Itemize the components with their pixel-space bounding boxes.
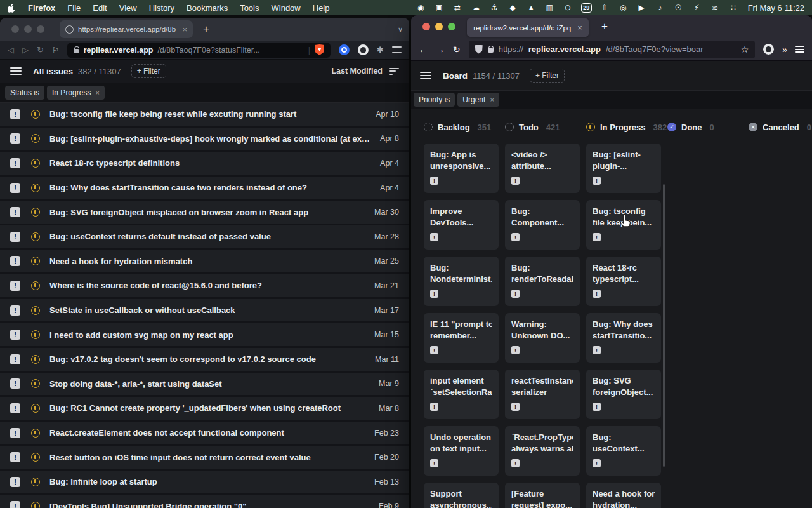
- zoom-window-button[interactable]: [448, 23, 455, 30]
- issue-card[interactable]: `React.PropTypealways warns ab !: [505, 426, 580, 476]
- issue-card[interactable]: <video />attribute... !: [505, 144, 580, 193]
- issue-card[interactable]: Bug: Why doesstartTransitio... !: [586, 313, 661, 363]
- issue-row[interactable]: ! Stop doing data-*, aria-*, start using…: [0, 373, 409, 398]
- new-tab-button[interactable]: +: [203, 23, 209, 36]
- back-button[interactable]: ←: [419, 44, 428, 55]
- user-icon[interactable]: ☉: [673, 3, 684, 13]
- issue-card[interactable]: input element`setSelectionRa !: [424, 370, 499, 419]
- address-bar[interactable]: https:// repliear.vercel.app /d/8bTaoq7F…: [469, 41, 755, 58]
- issue-card[interactable]: IE 11 "prompt toremember... !: [424, 313, 499, 363]
- issue-row[interactable]: ! Bug: useContext returns default instea…: [0, 225, 409, 250]
- issue-row[interactable]: ! [DevTools Bug] Unsupported Bridge oper…: [0, 495, 409, 508]
- zoom-window-button[interactable]: [37, 25, 44, 33]
- issue-row[interactable]: ! SetState in useCallback or without use…: [0, 299, 409, 324]
- browser-tab[interactable]: replidraw2.vercel.app/d/c-iZpq ×: [467, 18, 589, 37]
- menu-clock[interactable]: Fri May 6 11:22: [748, 3, 804, 13]
- menu-item-help[interactable]: Help: [313, 3, 330, 13]
- issue-row[interactable]: ! I need to add custom svg map on my rea…: [0, 323, 409, 348]
- password-manager-extension-icon[interactable]: [339, 44, 350, 55]
- warp-icon[interactable]: ▲: [526, 3, 537, 13]
- issue-card[interactable]: Bug: App isunresponsive... !: [424, 144, 499, 193]
- menu-item-edit[interactable]: Edit: [93, 3, 107, 13]
- app-menu-icon[interactable]: [10, 67, 22, 75]
- forward-button[interactable]: →: [436, 44, 445, 55]
- camera-icon[interactable]: ▣: [434, 3, 445, 13]
- menu-app-name[interactable]: Firefox: [28, 3, 55, 13]
- filter-field-chip[interactable]: Priority is: [414, 93, 455, 107]
- browser-tab[interactable]: https://repliear.vercel.app/d/8b ×: [60, 20, 193, 38]
- dropbox-icon[interactable]: ◆: [508, 3, 518, 13]
- issue-row[interactable]: ! Bug: RC1 Cannot create property '_upda…: [0, 397, 409, 422]
- minimize-window-button[interactable]: [435, 23, 443, 30]
- issue-row[interactable]: ! Bug: Why does startTransition cause tw…: [0, 177, 409, 201]
- new-tab-button[interactable]: +: [601, 20, 608, 33]
- sync-arrows-icon[interactable]: ⇄: [452, 3, 463, 13]
- reload-button[interactable]: ↻: [453, 44, 461, 55]
- issue-row[interactable]: ! Reset button on iOS time input does no…: [0, 446, 409, 471]
- issue-card[interactable]: Bug: [eslint-plugin-... !: [586, 144, 661, 193]
- bookmark-star-icon[interactable]: ☆: [741, 44, 749, 55]
- issue-card[interactable]: Bug:renderToReadab !: [505, 257, 580, 306]
- window-manager-icon[interactable]: ▥: [544, 3, 555, 13]
- filter-field-chip[interactable]: Status is: [5, 86, 44, 100]
- address-bar[interactable]: repliear.vercel.app /d/8bTaoq7F0e?status…: [67, 43, 331, 58]
- add-filter-button[interactable]: + Filter: [530, 69, 565, 83]
- issue-card[interactable]: Warning:Unknown DO... !: [505, 313, 580, 363]
- issue-row[interactable]: ! Where is the source code of react@15.6…: [0, 274, 409, 299]
- issue-card[interactable]: Supportasynchronous... !: [424, 483, 499, 508]
- control-center-icon[interactable]: ∷: [728, 3, 739, 13]
- tab-close-icon[interactable]: ×: [577, 23, 582, 32]
- issue-row[interactable]: ! Bug: tsconfig file keep being reset wh…: [0, 103, 409, 128]
- issue-card[interactable]: Bug:useContext... !: [586, 426, 661, 476]
- menu-item-window[interactable]: Window: [272, 3, 301, 13]
- remove-filter-icon[interactable]: ×: [95, 89, 99, 97]
- menu-item-view[interactable]: View: [119, 3, 137, 13]
- apple-logo-icon[interactable]: [8, 3, 18, 13]
- issue-row[interactable]: ! React 18-rc typescript definitions Apr…: [0, 152, 409, 177]
- menu-item-tools[interactable]: Tools: [240, 3, 259, 13]
- do-not-disturb-icon[interactable]: ⊖: [563, 3, 573, 13]
- issue-row[interactable]: ! Need a hook for hydration mismatch Mar…: [0, 250, 409, 275]
- minimize-window-button[interactable]: [24, 25, 32, 33]
- tab-list-chevron-icon[interactable]: ∨: [398, 25, 403, 34]
- power-icon[interactable]: ◎: [618, 3, 629, 13]
- column-scrollbar[interactable]: [663, 184, 665, 467]
- tracking-protection-shield-icon[interactable]: [475, 45, 483, 54]
- issue-card[interactable]: Bug: SVGforeignObject... !: [586, 370, 661, 419]
- issue-row[interactable]: ! Bug: [eslint-plugin-exhaustive-deps] h…: [0, 128, 409, 152]
- issue-row[interactable]: ! Bug: SVG foreignObject misplaced on br…: [0, 201, 409, 225]
- issue-card[interactable]: Bug: tsconfigfile keep bein... !: [586, 200, 661, 250]
- reload-button[interactable]: ↻: [37, 45, 44, 55]
- issue-row[interactable]: ! Bug: v17.0.2 tag doesn't seem to corre…: [0, 348, 409, 373]
- issue-card[interactable]: Undo operationon text input... !: [424, 426, 499, 476]
- bookmark-icon[interactable]: ⚐: [52, 46, 59, 55]
- menu-item-history[interactable]: History: [149, 3, 174, 13]
- sort-label[interactable]: Last Modified: [331, 67, 383, 76]
- github-extension-icon[interactable]: [763, 44, 774, 55]
- docker-icon[interactable]: ⚓: [489, 3, 500, 13]
- issue-card[interactable]: Need a hook forhydration... !: [586, 483, 661, 508]
- remove-filter-icon[interactable]: ×: [490, 96, 494, 104]
- issue-row[interactable]: ! Bug: Infinite loop at startup Feb 13: [0, 471, 409, 495]
- battery-charging-icon[interactable]: ⚡: [691, 3, 702, 13]
- issue-card[interactable]: reactTestInstancserializer !: [505, 370, 580, 419]
- brave-shield-icon[interactable]: [315, 44, 324, 55]
- issue-card[interactable]: Bug:Component... !: [505, 200, 580, 250]
- close-window-button[interactable]: [11, 25, 19, 33]
- issue-card[interactable]: React 18-rctypescript... !: [586, 257, 661, 306]
- wifi-icon[interactable]: ≋: [710, 3, 721, 13]
- sort-icon[interactable]: [389, 68, 399, 75]
- browser-menu-icon[interactable]: [392, 46, 402, 53]
- filter-value-chip[interactable]: In Progress ×: [47, 86, 105, 100]
- issue-card[interactable]: Bug:Nondeterminist. !: [424, 257, 499, 306]
- app-menu-icon[interactable]: [420, 72, 431, 79]
- screen-record-icon[interactable]: ◉: [416, 3, 426, 13]
- play-icon[interactable]: ▶: [636, 3, 647, 13]
- toolbar-overflow-icon[interactable]: »: [782, 44, 787, 55]
- menu-item-file[interactable]: File: [67, 3, 81, 13]
- extensions-puzzle-icon[interactable]: ✱: [377, 45, 384, 55]
- back-button[interactable]: ◁: [8, 45, 14, 55]
- filter-value-chip[interactable]: Urgent ×: [457, 93, 499, 107]
- issue-card[interactable]: [Featurerequest] expo... !: [505, 483, 580, 508]
- calendar-icon[interactable]: 29: [581, 3, 592, 13]
